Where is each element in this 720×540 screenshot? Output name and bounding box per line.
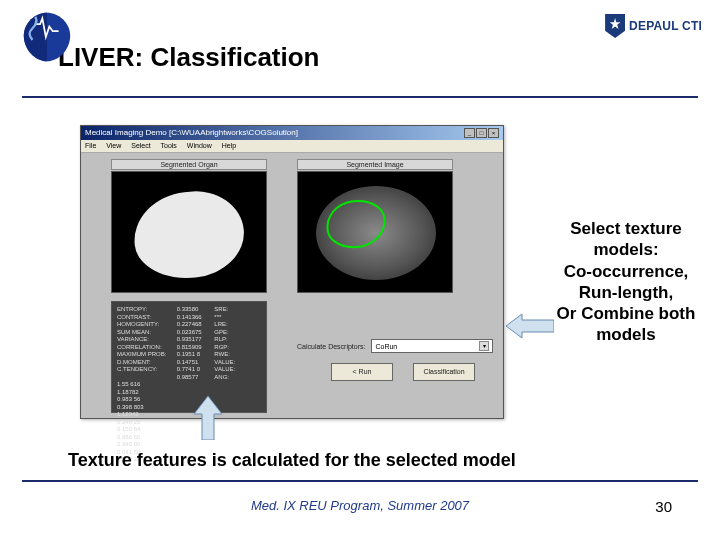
stat-label: C.TENDENCY: <box>117 366 175 374</box>
page-number: 30 <box>655 498 672 515</box>
stat-label: VALUE: <box>214 359 234 367</box>
divider-bottom <box>22 480 698 482</box>
panel-label-left: Segmented Organ <box>111 159 267 170</box>
menu-view[interactable]: View <box>106 142 121 149</box>
menu-file[interactable]: File <box>85 142 96 149</box>
stat-value: 2.340 00 <box>117 441 149 449</box>
dropdown-icon[interactable]: ▾ <box>479 341 489 351</box>
menu-help[interactable]: Help <box>222 142 236 149</box>
stat-label: RLP: <box>214 336 234 344</box>
stat-value: 0.398 803 <box>117 404 149 412</box>
run-button[interactable]: < Run <box>331 363 393 381</box>
stats-panel: ENTROPY: CONTRAST: HOMOGENITY: SUM MEAN:… <box>111 301 267 413</box>
window-title: Medical Imaging Demo [C:\WUAAbrightworks… <box>85 126 298 140</box>
stat-value: 0.33580 <box>177 306 213 314</box>
workspace: Segmented Organ Segmented Image ENTROPY:… <box>81 153 503 418</box>
svg-marker-1 <box>194 396 222 440</box>
stat-value: 0.150 84 <box>117 426 149 434</box>
classification-button[interactable]: Classification <box>413 363 475 381</box>
stat-value: 0.141366 <box>177 314 213 322</box>
stat-label: GPE: <box>214 329 234 337</box>
descriptors-value: CoRun <box>375 343 397 350</box>
menubar[interactable]: File View Select Tools Window Help <box>81 140 503 153</box>
stat-label: SUM MEAN: <box>117 329 175 337</box>
stat-value: 0.886 60 <box>117 434 149 442</box>
stat-label: CORRELATION: <box>117 344 175 352</box>
stat-label: CONTRAST: <box>117 314 175 322</box>
bottom-caption: Texture features is calculated for the s… <box>68 450 516 471</box>
stat-label: VALUE: <box>214 366 234 374</box>
stat-label: RGP: <box>214 344 234 352</box>
panel-label-right: Segmented Image <box>297 159 453 170</box>
segmented-image-panel <box>297 171 453 293</box>
stat-value: 1.55 616 <box>117 381 149 389</box>
window-titlebar: Medical Imaging Demo [C:\WUAAbrightworks… <box>81 126 503 140</box>
arrow-left-icon <box>506 312 554 344</box>
slide-title: LIVER: Classification <box>58 42 690 73</box>
stat-label: RWE: <box>214 351 234 359</box>
app-window: Medical Imaging Demo [C:\WUAAbrightworks… <box>80 125 504 419</box>
brand-text: DEPAUL CTI <box>629 19 702 33</box>
stat-label: VARIANCE: <box>117 336 175 344</box>
footer-text: Med. IX REU Program, Summer 2007 <box>0 498 720 513</box>
stat-label: ANG: <box>214 374 234 382</box>
stat-value: 0.227468 <box>177 321 213 329</box>
close-button[interactable]: × <box>488 128 499 138</box>
minimize-button[interactable]: _ <box>464 128 475 138</box>
stat-value: 0.983 56 <box>117 396 149 404</box>
arrow-up-icon <box>192 396 224 444</box>
stat-value: 0.98577 <box>177 374 213 382</box>
stat-value: 1.12042 <box>117 411 149 419</box>
stat-label: SRE: <box>214 306 234 314</box>
stat-value: 0.815909 <box>177 344 213 352</box>
divider-top <box>22 96 698 98</box>
stat-label: MAXIMUM PROB: <box>117 351 175 359</box>
menu-tools[interactable]: Tools <box>161 142 177 149</box>
stat-value: 0.935177 <box>177 336 213 344</box>
liver-mask-icon <box>130 186 248 283</box>
stat-label: *** <box>214 314 234 322</box>
stat-value: 0.14751 <box>177 359 213 367</box>
segmented-organ-panel <box>111 171 267 293</box>
stat-label: LRE: <box>214 321 234 329</box>
stat-value: 0.248 25 <box>117 419 149 427</box>
stat-value: 0.7741 0 <box>177 366 213 374</box>
stat-value: 0.1951 8 <box>177 351 213 359</box>
menu-window[interactable]: Window <box>187 142 212 149</box>
shield-icon <box>605 14 625 38</box>
callout-text: Select texture models: Co-occurrence, Ru… <box>544 218 708 346</box>
stat-label: D.MOMENT: <box>117 359 175 367</box>
medical-logo-icon <box>18 8 76 66</box>
menu-select[interactable]: Select <box>131 142 150 149</box>
svg-marker-0 <box>506 314 554 338</box>
stat-value: 1.18782 <box>117 389 149 397</box>
calc-descriptors-label: Calculate Descriptors: <box>297 343 365 350</box>
stat-value: 0.023675 <box>177 329 213 337</box>
maximize-button[interactable]: □ <box>476 128 487 138</box>
stat-label: HOMOGENITY: <box>117 321 175 329</box>
descriptors-select[interactable]: CoRun ▾ <box>371 339 493 353</box>
depaul-logo: DEPAUL CTI <box>605 14 702 38</box>
stat-label: ENTROPY: <box>117 306 175 314</box>
